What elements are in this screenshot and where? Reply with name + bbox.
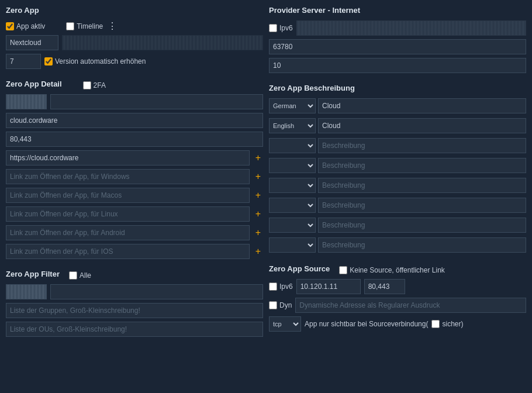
beschreibung-row-english: English German	[269, 118, 526, 133]
twofa-checkbox[interactable]	[83, 81, 91, 89]
provider-title: Provider Server - Internet	[269, 6, 526, 15]
lang-select-4[interactable]	[269, 158, 316, 173]
plus-btn-macos[interactable]: +	[253, 191, 263, 200]
beschreibung-row-3	[269, 138, 526, 153]
plus-btn-windows[interactable]: +	[253, 172, 263, 181]
dyn-label: Dyn	[279, 301, 292, 309]
source-ipv6-label: Ipv6	[279, 282, 293, 291]
beschreibung-row-5	[269, 178, 526, 193]
source-ipv6-checkbox[interactable]	[269, 282, 277, 291]
lang-select-7[interactable]	[269, 218, 316, 233]
app-aktiv-label: App aktiv	[16, 22, 45, 30]
lang-select-5[interactable]	[269, 178, 316, 193]
app-aktiv-checkbox[interactable]	[6, 22, 14, 30]
alle-checkbox[interactable]	[69, 271, 77, 280]
ports-input[interactable]	[6, 132, 263, 147]
zero-app-title: Zero App	[6, 6, 263, 15]
ipv6-provider-checkbox[interactable]	[269, 24, 277, 32]
plus-btn-ios[interactable]: +	[253, 247, 263, 256]
nextcloud-input[interactable]	[6, 35, 58, 50]
link-macos-input[interactable]	[6, 188, 250, 203]
lang-select-8[interactable]	[269, 237, 316, 253]
version-auto-label: Version automatisch erhöhen	[55, 57, 146, 66]
plus-btn-android[interactable]: +	[253, 228, 263, 237]
cloud-cordware-input[interactable]	[6, 113, 263, 128]
lang-select-german[interactable]: German English	[269, 98, 316, 113]
twofa-label: 2FA	[94, 81, 106, 89]
beschreibung-row-7	[269, 218, 526, 233]
dyn-checkbox[interactable]	[269, 301, 277, 309]
lang-select-english[interactable]: English German	[269, 118, 316, 133]
timeline-checkbox[interactable]	[66, 22, 74, 30]
provider-port-input[interactable]	[269, 39, 526, 54]
sicher-checkbox[interactable]	[431, 320, 440, 328]
plus-btn-linux[interactable]: +	[253, 209, 263, 219]
beschreibung-row-4	[269, 158, 526, 173]
link-android-input[interactable]	[6, 225, 250, 240]
tcp-select[interactable]: tcp udp	[269, 316, 301, 332]
alle-label: Alle	[80, 271, 91, 280]
beschreibung-input-5[interactable]	[318, 178, 526, 193]
https-link-input[interactable]	[6, 150, 250, 166]
link-windows-input[interactable]	[6, 169, 250, 184]
keine-source-label: Keine Source, öffentlicher Link	[350, 266, 445, 274]
app-nur-sichtbar-label: App nur sichtbar bei Sourceverbindung(	[305, 320, 428, 328]
keine-source-checkbox[interactable]	[339, 266, 347, 274]
zero-app-filter-title: Zero App Filter	[6, 270, 60, 278]
sicher-label: sicher)	[442, 320, 463, 328]
lang-select-3[interactable]	[269, 138, 316, 153]
filter-blurred-1	[6, 284, 47, 299]
link-ios-input[interactable]	[6, 244, 250, 259]
version-auto-checkbox[interactable]	[44, 57, 53, 66]
timeline-label: Timeline	[77, 22, 103, 30]
beschreibung-input-3[interactable]	[318, 138, 526, 153]
nextcloud-extra-blurred	[62, 35, 263, 50]
beschreibung-row-8	[269, 237, 526, 253]
beschreibung-input-6[interactable]	[318, 198, 526, 213]
link-linux-input[interactable]	[6, 206, 250, 222]
lang-select-6[interactable]	[269, 198, 316, 213]
zero-app-source-title: Zero App Source	[269, 264, 330, 273]
beschreibung-input-8[interactable]	[318, 237, 526, 253]
provider-number-input[interactable]	[269, 58, 526, 73]
beschreibung-row-german: German English	[269, 98, 526, 113]
detail-input-1[interactable]	[50, 94, 263, 109]
ous-input[interactable]	[6, 322, 263, 337]
ipv6-provider-label: Ipv6	[279, 24, 293, 32]
dyn-input[interactable]	[295, 298, 526, 313]
detail-blurred-1	[6, 94, 47, 109]
beschreibung-row-6	[269, 198, 526, 213]
version-input[interactable]	[6, 54, 41, 69]
source-ip-input[interactable]	[296, 279, 361, 294]
plus-btn-https[interactable]: +	[253, 153, 263, 163]
dots-menu-button[interactable]: ⋮	[106, 20, 118, 32]
beschreibung-input-7[interactable]	[318, 218, 526, 233]
gruppen-input[interactable]	[6, 303, 263, 318]
beschreibung-input-english[interactable]	[318, 118, 526, 133]
filter-input-1[interactable]	[50, 284, 263, 299]
zero-app-detail-title: Zero App Detail	[6, 80, 62, 88]
provider-ipv6-blurred	[296, 20, 526, 36]
beschreibung-input-4[interactable]	[318, 158, 526, 173]
beschreibung-input-german[interactable]	[318, 98, 526, 113]
source-port-input[interactable]	[364, 279, 405, 294]
zero-app-beschreibung-title: Zero App Beschreibung	[269, 84, 526, 92]
